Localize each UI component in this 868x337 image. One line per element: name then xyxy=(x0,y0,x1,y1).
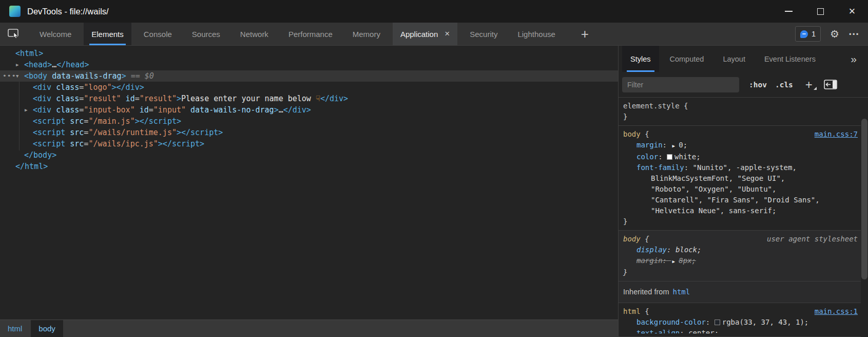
toolbar-right: 1 ⚙ ⋯ xyxy=(795,23,868,45)
rule-selector-line: body {main.css:7 xyxy=(623,129,858,140)
tree-row[interactable]: <div class="logo"></div> xyxy=(0,82,618,93)
close-icon: × xyxy=(849,6,856,17)
class-toggle[interactable]: .cls xyxy=(775,81,793,89)
code-token-tag: <div xyxy=(33,83,51,92)
expand-shorthand-arrow[interactable]: ▶ xyxy=(671,143,679,148)
css-property[interactable]: background-color: rgba(33, 37, 43, 1); xyxy=(623,317,858,328)
inspect-icon xyxy=(8,29,20,39)
crumb-body[interactable]: body xyxy=(31,320,63,337)
close-button[interactable]: × xyxy=(836,0,868,23)
expand-arrow[interactable]: ▶ xyxy=(25,104,27,116)
property-value-continuation: "Cantarell", "Fira Sans", "Droid Sans", xyxy=(623,195,858,205)
new-style-rule-button[interactable]: + xyxy=(805,80,813,90)
tab-network[interactable]: Network xyxy=(233,23,276,45)
code-token-tag: ></script> xyxy=(177,128,223,137)
computed-sidebar-toggle[interactable] xyxy=(824,80,837,89)
sidebar-tab-event-listeners[interactable]: Event Listeners xyxy=(756,46,824,72)
css-property[interactable]: text-align: center; xyxy=(623,328,858,333)
property-name: font-family xyxy=(636,163,684,172)
code-token-tag: </div> xyxy=(283,105,311,115)
stylesheet-link[interactable]: main.css:1 xyxy=(815,306,858,317)
css-property[interactable]: display: block; xyxy=(623,245,858,255)
style-filter-input[interactable] xyxy=(622,77,739,92)
code-token-txt: … xyxy=(279,105,283,115)
rule-selector[interactable]: html xyxy=(623,306,641,317)
tab-security[interactable]: Security xyxy=(462,23,505,45)
code-token-tag: > xyxy=(274,105,279,115)
expand-arrow[interactable]: ▶ xyxy=(16,59,18,70)
rule-selector[interactable]: body xyxy=(623,234,641,245)
tree-row[interactable]: ▶<head>…</head> xyxy=(0,59,618,70)
property-value: rgba(33, 37, 43, 1); xyxy=(722,318,809,326)
tree-row[interactable]: <script src="/wails/ipc.js"></script> xyxy=(0,138,618,149)
more-tabs-button[interactable]: + xyxy=(575,23,595,45)
sidebar-tab-styles[interactable]: Styles xyxy=(622,46,659,72)
tab-memory[interactable]: Memory xyxy=(345,23,388,45)
tab-sources[interactable]: Sources xyxy=(184,23,228,45)
code-token-attr: class xyxy=(51,83,79,92)
code-token-attr: data-wails-drag xyxy=(47,71,122,81)
property-value: block; xyxy=(676,246,702,254)
property-value-continuation: "Helvetica Neue", sans-serif; xyxy=(623,205,858,216)
expand-shorthand-arrow[interactable]: ▶ xyxy=(671,259,679,264)
color-swatch[interactable] xyxy=(715,320,720,325)
tab-welcome[interactable]: Welcome xyxy=(32,23,79,45)
tree-row[interactable]: •••▼<body data-wails-drag> == $0 xyxy=(0,70,618,82)
expand-arrow[interactable]: ▼ xyxy=(16,70,18,82)
css-property[interactable]: color: white; xyxy=(623,152,858,162)
elements-panel: <html>▶<head>…</head>•••▼<body data-wail… xyxy=(0,46,619,337)
close-tab-icon[interactable]: × xyxy=(445,29,450,39)
issues-counter[interactable]: 1 xyxy=(795,26,821,42)
tree-row[interactable]: </html> xyxy=(0,161,618,172)
tree-row[interactable]: <html> xyxy=(0,48,618,59)
property-colon: : xyxy=(667,246,676,254)
property-value-continuation: "Roboto", "Oxygen", "Ubuntu", xyxy=(623,184,858,195)
property-name: color xyxy=(636,153,658,161)
tab-elements[interactable]: Elements xyxy=(84,23,131,45)
tab-performance[interactable]: Performance xyxy=(281,23,340,45)
tree-row[interactable]: <script src="/wails/runtime.js"></script… xyxy=(0,127,618,138)
pseudo-state-toggle[interactable]: :hov xyxy=(749,81,767,89)
inspect-element-button[interactable] xyxy=(0,23,28,45)
tree-row[interactable]: ▶<div class="input-box" id="input" data-… xyxy=(0,104,618,116)
crumb-html[interactable]: html xyxy=(0,320,30,337)
maximize-button[interactable] xyxy=(804,0,836,23)
style-rule: body {main.css:7margin: ▶ 0;color: white… xyxy=(619,126,861,231)
minimize-button[interactable] xyxy=(773,0,804,23)
tab-lighthouse[interactable]: Lighthouse xyxy=(510,23,563,45)
window-controls: × xyxy=(773,0,868,23)
open-brace: { xyxy=(641,129,649,140)
sidebar-tab-layout[interactable]: Layout xyxy=(715,46,754,72)
window-title: DevTools - file://wails/ xyxy=(27,7,109,16)
code-token-val: "/wails/runtime.js" xyxy=(88,128,177,137)
code-token-tag: </html> xyxy=(15,162,48,171)
css-property[interactable]: margin: ▶ 0; xyxy=(623,140,858,152)
tab-console[interactable]: Console xyxy=(136,23,180,45)
tab-label: Welcome xyxy=(40,30,71,39)
css-property[interactable]: font-family: "Nunito", -apple-system, xyxy=(623,162,858,173)
tree-row[interactable]: <div class="result" id="result">Please e… xyxy=(0,93,618,104)
issues-bubble-icon xyxy=(800,30,808,38)
tab-label: Performance xyxy=(288,30,333,39)
settings-gear-icon[interactable]: ⚙ xyxy=(830,28,839,40)
style-rules: element.style {}body {main.css:7margin: … xyxy=(619,98,861,337)
rule-selector[interactable]: element.style xyxy=(623,101,680,111)
stylesheet-link[interactable]: main.css:7 xyxy=(815,129,858,140)
inherited-node-link[interactable]: html xyxy=(672,288,690,296)
tab-label: Application xyxy=(400,30,438,39)
color-swatch[interactable] xyxy=(667,154,672,160)
scrollbar-thumb[interactable] xyxy=(861,119,867,279)
css-property[interactable]: margin: ▶ 8px; xyxy=(623,255,858,267)
rule-selector[interactable]: body xyxy=(623,129,641,140)
sidebar-tab-computed[interactable]: Computed xyxy=(662,46,712,72)
property-colon: : xyxy=(684,163,693,172)
devtools-logo-icon xyxy=(9,6,21,17)
tab-application[interactable]: Application× xyxy=(393,23,457,45)
customize-menu-icon[interactable]: ⋯ xyxy=(848,28,860,40)
more-panels-icon[interactable]: » xyxy=(851,46,857,72)
pointing-down-emoji: ☟ xyxy=(316,94,320,103)
code-token-pun: = xyxy=(79,83,84,92)
code-token-tag: </div> xyxy=(320,94,348,103)
tree-row[interactable]: </body> xyxy=(0,149,618,161)
tree-row[interactable]: <script src="/main.js"></script> xyxy=(0,116,618,127)
